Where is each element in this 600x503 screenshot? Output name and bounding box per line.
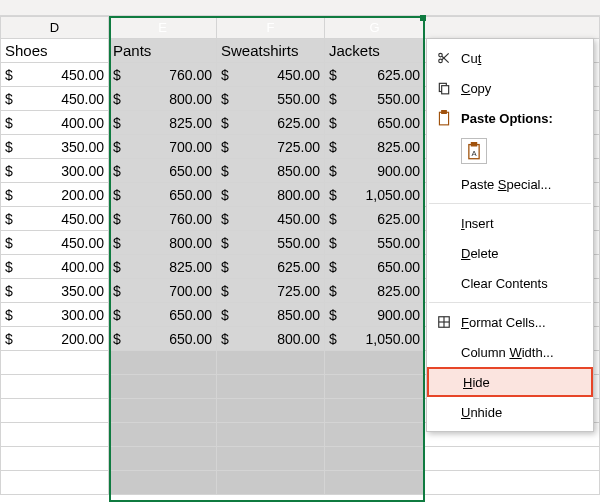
cell[interactable]: $825.00 (325, 135, 425, 159)
cell[interactable] (325, 471, 425, 495)
col-header-E[interactable]: E (109, 17, 217, 39)
scissors-icon (433, 47, 455, 69)
menu-hide[interactable]: Hide (427, 367, 593, 397)
cell[interactable]: $450.00 (1, 87, 109, 111)
cell[interactable]: $200.00 (1, 183, 109, 207)
cell[interactable] (1, 351, 109, 375)
cell[interactable] (109, 471, 217, 495)
cell[interactable]: $650.00 (109, 183, 217, 207)
cell[interactable]: $800.00 (217, 327, 325, 351)
cell[interactable]: $650.00 (109, 303, 217, 327)
menu-unhide[interactable]: Unhide (427, 397, 593, 427)
cell[interactable]: $760.00 (109, 207, 217, 231)
col-header-D[interactable]: D (1, 17, 109, 39)
menu-copy[interactable]: Copy (427, 73, 593, 103)
cell[interactable]: $450.00 (1, 63, 109, 87)
field-header-G[interactable]: Jackets (325, 39, 425, 63)
cell[interactable] (325, 399, 425, 423)
table-row[interactable] (1, 447, 600, 471)
cell[interactable]: $850.00 (217, 159, 325, 183)
cell[interactable]: $800.00 (217, 183, 325, 207)
cell[interactable] (217, 471, 325, 495)
cell[interactable] (325, 423, 425, 447)
menu-column-width[interactable]: Column Width... (427, 337, 593, 367)
cell[interactable] (1, 471, 109, 495)
cell[interactable]: $350.00 (1, 135, 109, 159)
menu-paste-special[interactable]: Paste Special... (427, 169, 593, 199)
paste-keep-source-button[interactable]: A (461, 138, 487, 164)
table-row[interactable] (1, 471, 600, 495)
cell[interactable] (1, 423, 109, 447)
cell[interactable]: $700.00 (109, 135, 217, 159)
copy-icon (433, 77, 455, 99)
menu-format-cells[interactable]: Format Cells... (427, 307, 593, 337)
menu-insert[interactable]: Insert (427, 208, 593, 238)
cell[interactable]: $650.00 (109, 159, 217, 183)
menu-clear-contents[interactable]: Clear Contents (427, 268, 593, 298)
menu-cut[interactable]: Cut (427, 43, 593, 73)
cell[interactable]: $900.00 (325, 159, 425, 183)
cell[interactable] (109, 447, 217, 471)
cell[interactable]: $350.00 (1, 279, 109, 303)
cell[interactable]: $700.00 (109, 279, 217, 303)
cell[interactable] (217, 399, 325, 423)
cell[interactable]: $800.00 (109, 231, 217, 255)
cell[interactable]: $800.00 (109, 87, 217, 111)
cell[interactable]: $450.00 (1, 231, 109, 255)
cell[interactable]: $550.00 (325, 87, 425, 111)
cell[interactable] (217, 447, 325, 471)
cell[interactable] (109, 375, 217, 399)
cell[interactable]: $300.00 (1, 159, 109, 183)
cell[interactable]: $450.00 (1, 207, 109, 231)
cell[interactable] (217, 351, 325, 375)
cell[interactable]: $1,050.00 (325, 327, 425, 351)
cell[interactable]: $450.00 (217, 207, 325, 231)
cell[interactable]: $300.00 (1, 303, 109, 327)
cell[interactable]: $625.00 (325, 63, 425, 87)
cell[interactable]: $550.00 (217, 87, 325, 111)
cell[interactable]: $625.00 (325, 207, 425, 231)
cell[interactable]: $400.00 (1, 255, 109, 279)
column-header-row[interactable]: D E F G (1, 17, 600, 39)
cell[interactable]: $900.00 (325, 303, 425, 327)
field-header-F[interactable]: Sweatshirts (217, 39, 325, 63)
cell[interactable]: $450.00 (217, 63, 325, 87)
cell[interactable]: $725.00 (217, 279, 325, 303)
cell[interactable]: $200.00 (1, 327, 109, 351)
svg-point-1 (439, 59, 443, 63)
cell[interactable] (109, 351, 217, 375)
cell[interactable] (1, 375, 109, 399)
cell[interactable]: $650.00 (109, 327, 217, 351)
cell[interactable]: $725.00 (217, 135, 325, 159)
context-menu[interactable]: Cut Copy Paste Options: A Paste Special.… (426, 38, 594, 432)
cell[interactable] (325, 351, 425, 375)
cell[interactable]: $825.00 (109, 255, 217, 279)
cell[interactable]: $550.00 (325, 231, 425, 255)
menu-separator (429, 203, 591, 204)
cell[interactable]: $1,050.00 (325, 183, 425, 207)
cell[interactable] (1, 447, 109, 471)
cell[interactable] (109, 423, 217, 447)
cell[interactable]: $760.00 (109, 63, 217, 87)
menu-delete[interactable]: Delete (427, 238, 593, 268)
menu-format-cells-label: Format Cells... (461, 315, 585, 330)
cell[interactable] (109, 399, 217, 423)
cell[interactable]: $400.00 (1, 111, 109, 135)
col-header-F[interactable]: F (217, 17, 325, 39)
field-header-E[interactable]: Pants (109, 39, 217, 63)
cell[interactable]: $825.00 (325, 279, 425, 303)
cell[interactable]: $625.00 (217, 255, 325, 279)
cell[interactable]: $825.00 (109, 111, 217, 135)
col-header-G[interactable]: G (325, 17, 425, 39)
cell[interactable] (217, 375, 325, 399)
cell[interactable] (217, 423, 325, 447)
cell[interactable]: $550.00 (217, 231, 325, 255)
cell[interactable] (325, 447, 425, 471)
cell[interactable] (325, 375, 425, 399)
cell[interactable]: $650.00 (325, 255, 425, 279)
cell[interactable]: $650.00 (325, 111, 425, 135)
cell[interactable]: $850.00 (217, 303, 325, 327)
cell[interactable]: $625.00 (217, 111, 325, 135)
field-header-D[interactable]: Shoes (1, 39, 109, 63)
cell[interactable] (1, 399, 109, 423)
